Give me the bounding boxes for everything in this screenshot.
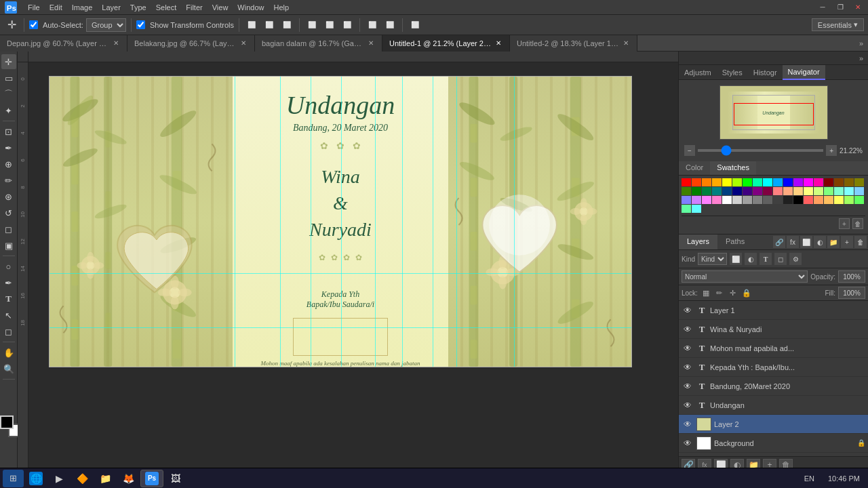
align-left-btn[interactable]: ⬜	[244, 18, 259, 33]
layer-item[interactable]: 👁TKepada Yth : Bapak/Ibu...	[679, 358, 868, 377]
swatch-item[interactable]	[804, 187, 813, 195]
menu-select[interactable]: Select	[151, 2, 182, 13]
swatch-item[interactable]	[814, 187, 823, 195]
swatch-item[interactable]	[773, 178, 783, 186]
swatch-item[interactable]	[743, 178, 752, 186]
swatch-item[interactable]	[834, 187, 844, 195]
swatch-item[interactable]	[732, 196, 742, 204]
text-tool[interactable]: T	[1, 291, 16, 306]
swatch-item[interactable]	[692, 178, 701, 186]
menu-image[interactable]: Image	[67, 2, 98, 13]
essentials-btn[interactable]: Essentials ▾	[812, 18, 864, 31]
path-tool[interactable]: ↖	[1, 308, 16, 323]
tab-depan[interactable]: Depan.jpg @ 60.7% (Layer 0, ... ✕	[0, 35, 127, 52]
taskbar-wmp-btn[interactable]: ▶	[48, 470, 70, 487]
swatch-item[interactable]	[814, 178, 823, 186]
swatch-item[interactable]	[682, 187, 691, 195]
tab-expand-btn[interactable]: »	[854, 35, 868, 52]
swatch-delete-btn[interactable]: 🗑	[852, 218, 863, 229]
layer-visibility-btn[interactable]: 👁	[682, 399, 694, 411]
nav-zoom-out-btn[interactable]: −	[684, 145, 695, 156]
history-brush[interactable]: ↺	[1, 205, 16, 220]
auto-select-checkbox[interactable]	[29, 20, 38, 29]
tab-swatches[interactable]: Swatches	[710, 161, 756, 175]
layer-visibility-btn[interactable]: 👁	[682, 323, 694, 336]
layer-visibility-btn[interactable]: 👁	[682, 418, 694, 430]
close-btn[interactable]: ✕	[850, 0, 865, 15]
swatch-item[interactable]	[692, 187, 701, 195]
swatch-item[interactable]	[732, 187, 742, 195]
marquee-tool[interactable]: ▭	[1, 70, 16, 85]
swatch-item[interactable]	[793, 196, 803, 204]
swatch-item[interactable]	[712, 178, 722, 186]
tab-untitled-2[interactable]: Untitled-2 @ 18.3% (Layer 1, R... ✕	[510, 35, 637, 52]
align-center-v-btn[interactable]: ⬜	[322, 18, 337, 33]
healing-tool[interactable]: ⊕	[1, 157, 16, 171]
swatch-item[interactable]	[722, 187, 732, 195]
taskbar-ie-btn[interactable]: 🌐	[25, 470, 47, 487]
taskbar-firefox-btn[interactable]: 🦊	[117, 470, 139, 487]
tab-untitled-1[interactable]: Untitled-1 @ 21.2% (Layer 2, RGB/8) ✕	[382, 35, 510, 52]
kind-select[interactable]: Kind	[698, 253, 727, 265]
menu-type[interactable]: Type	[125, 2, 151, 13]
eraser-tool[interactable]: ◻	[1, 222, 16, 237]
tab-styles[interactable]: Styles	[717, 65, 748, 80]
nav-zoom-in-btn[interactable]: +	[826, 145, 837, 156]
crop-tool[interactable]: ⊡	[1, 124, 16, 139]
swatch-item[interactable]	[712, 187, 722, 195]
transform-btn[interactable]: ⬜	[408, 18, 422, 33]
panel-collapse-btn[interactable]: »	[854, 52, 868, 65]
menu-filter[interactable]: Filter	[181, 2, 207, 13]
tab-histogram[interactable]: Histogr	[748, 65, 783, 80]
swatch-item[interactable]	[844, 178, 854, 186]
swatch-item[interactable]	[702, 196, 711, 204]
swatch-item[interactable]	[692, 196, 701, 204]
menu-help[interactable]: Help	[269, 2, 294, 13]
layers-group-btn[interactable]: 📁	[827, 236, 840, 248]
blend-mode-select[interactable]: Normal Multiply Screen	[682, 270, 808, 283]
tab-bagian-dalam[interactable]: bagian dalam @ 16.7% (Garut-... ✕	[255, 35, 382, 52]
show-transform-checkbox[interactable]	[136, 20, 145, 29]
hand-tool[interactable]: ✋	[1, 345, 16, 360]
menu-edit[interactable]: Edit	[45, 2, 67, 13]
swatch-item[interactable]	[743, 196, 752, 204]
clone-tool[interactable]: ⊛	[1, 189, 16, 204]
layers-filter-adj-btn[interactable]: ◐	[745, 253, 757, 265]
eyedropper-tool[interactable]: ✒	[1, 140, 16, 155]
layer-item[interactable]: 👁TBandung, 20Maret 2020	[679, 377, 868, 396]
brush-tool[interactable]: ✏	[1, 173, 16, 188]
layer-item[interactable]: 👁TWina & Nuryadi	[679, 320, 868, 339]
swatch-item[interactable]	[783, 178, 793, 186]
swatch-item[interactable]	[722, 178, 732, 186]
swatch-item[interactable]	[773, 187, 783, 195]
minimize-btn[interactable]: ─	[815, 0, 830, 15]
swatch-item[interactable]	[814, 196, 823, 204]
swatch-item[interactable]	[854, 196, 864, 204]
swatch-item[interactable]	[753, 178, 762, 186]
layers-filter-shape-btn[interactable]: ◻	[774, 253, 787, 265]
layers-fx-btn[interactable]: fx	[787, 236, 799, 248]
tab-color[interactable]: Color	[679, 161, 710, 175]
tab-close-belakang[interactable]: ✕	[239, 39, 248, 47]
lock-position-btn[interactable]: ✛	[728, 287, 738, 298]
swatch-item[interactable]	[712, 196, 722, 204]
swatch-item[interactable]	[783, 196, 793, 204]
layer-visibility-btn[interactable]: 👁	[682, 304, 694, 317]
opacity-input[interactable]	[838, 270, 865, 283]
swatch-item[interactable]	[793, 178, 803, 186]
swatch-item[interactable]	[682, 178, 691, 186]
swatch-item[interactable]	[773, 196, 783, 204]
swatch-item[interactable]	[682, 196, 691, 204]
swatch-item[interactable]	[753, 187, 762, 195]
layer-item[interactable]: 👁TUndangan	[679, 396, 868, 415]
lasso-tool[interactable]: ⌒	[1, 87, 16, 102]
swatch-item[interactable]	[834, 196, 844, 204]
menu-window[interactable]: Window	[233, 2, 269, 13]
align-top-btn[interactable]: ⬜	[304, 18, 319, 33]
move-tool[interactable]: ✛	[1, 54, 16, 69]
layer-item[interactable]: 👁TMohon maaf apabila ad...	[679, 339, 868, 358]
layers-link-btn[interactable]: 🔗	[773, 236, 785, 248]
layers-mask-btn[interactable]: ⬜	[800, 236, 812, 248]
swatch-item[interactable]	[692, 205, 701, 213]
taskbar-explorer-btn[interactable]: 📁	[94, 470, 116, 487]
